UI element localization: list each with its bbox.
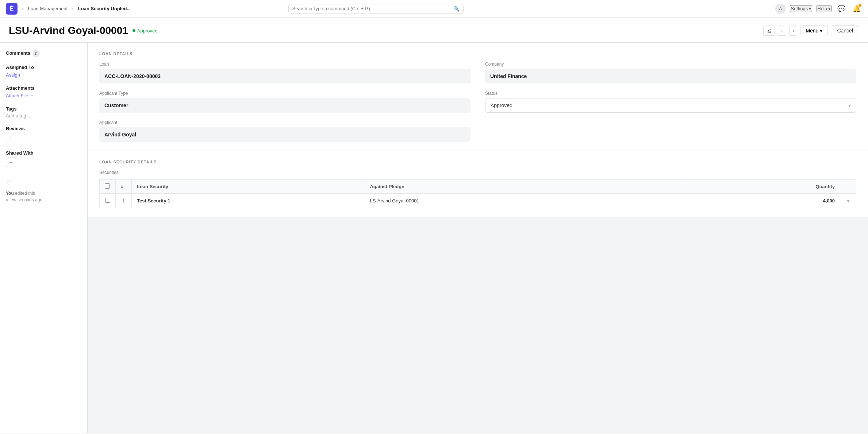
- securities-table: # Loan Security Against Pledge Quantity …: [99, 179, 856, 208]
- breadcrumb-chevron-2: ›: [72, 6, 74, 12]
- loan-security-value: Test Security 1: [137, 198, 170, 204]
- col-quantity: Quantity: [682, 180, 840, 194]
- col-num: #: [116, 180, 132, 194]
- company-value: United Finance: [485, 69, 856, 84]
- col-against-pledge: Against Pledge: [365, 180, 682, 194]
- content-area: LOAN DETAILS Loan ACC-LOAN-2020-00003 Co…: [88, 43, 868, 433]
- sidebar-footer: ♡ You edited thisa few seconds ago: [6, 179, 81, 203]
- print-button[interactable]: 🖨: [763, 26, 775, 36]
- avatar: A: [775, 4, 786, 14]
- comments-label: Comments: [6, 50, 30, 56]
- heart-icon[interactable]: ♡: [6, 179, 81, 187]
- loan-security-cell: Test Security 1: [132, 194, 365, 208]
- attach-plus-icon: ＋: [30, 92, 34, 99]
- status-field: Status Approved ▾: [485, 91, 856, 113]
- sidebar-tags-section: Tags Add a tag ...: [6, 106, 81, 119]
- row-action-cell[interactable]: ▾: [840, 194, 856, 208]
- top-nav: E › Loan Management › Loan Security Unpl…: [0, 0, 868, 18]
- attachments-label: Attachments: [6, 85, 81, 91]
- col-loan-security: Loan Security: [132, 180, 365, 194]
- attach-file-link[interactable]: Attach File ＋: [6, 92, 81, 99]
- sidebar-assigned-section: Assigned To Assign ＋: [6, 65, 81, 78]
- assign-link[interactable]: Assign ＋: [6, 71, 81, 78]
- row-checkbox-cell[interactable]: [100, 194, 116, 208]
- status-select[interactable]: Approved ▾: [485, 98, 856, 113]
- search-icon: 🔍: [453, 6, 460, 12]
- add-tag-input[interactable]: Add a tag ...: [6, 113, 81, 119]
- applicant-label: Applicant: [99, 120, 471, 125]
- tags-label: Tags: [6, 106, 81, 112]
- company-field: Company United Finance: [485, 62, 856, 84]
- col-checkbox: [100, 180, 116, 194]
- loan-security-label: LOAN SECURITY DETAILS: [99, 160, 856, 164]
- loan-field: Loan ACC-LOAN-2020-00003: [99, 62, 471, 84]
- loan-details-section: LOAN DETAILS Loan ACC-LOAN-2020-00003 Co…: [88, 43, 868, 151]
- shared-with-label: Shared With: [6, 150, 81, 156]
- edit-user: You: [6, 191, 14, 196]
- add-review-button[interactable]: ＋: [6, 133, 16, 143]
- loan-details-grid: Loan ACC-LOAN-2020-00003 Company United …: [99, 62, 856, 142]
- loan-value: ACC-LOAN-2020-00003: [99, 69, 471, 84]
- header-actions: 🖨 ‹ › Menu ▾ Cancel: [763, 25, 859, 36]
- main-layout: Comments 0 Assigned To Assign ＋ Attachme…: [0, 43, 868, 433]
- applicant-type-value: Customer: [99, 98, 471, 113]
- row-dropdown-icon[interactable]: ▾: [847, 198, 850, 204]
- edit-info: You edited thisa few seconds ago: [6, 190, 81, 203]
- page-header: LSU-Arvind Goyal-00001 Approved 🖨 ‹ › Me…: [0, 18, 868, 43]
- cancel-button[interactable]: Cancel: [831, 25, 859, 36]
- sidebar-reviews-section: Reviews ＋: [6, 126, 81, 143]
- help-button[interactable]: Help ▾: [817, 5, 831, 12]
- row-num-cell: 1: [116, 194, 132, 208]
- reviews-label: Reviews: [6, 126, 81, 131]
- col-actions: [840, 180, 856, 194]
- sidebar-attachments-section: Attachments Attach File ＋: [6, 85, 81, 99]
- next-button[interactable]: ›: [789, 26, 798, 36]
- comments-count: 0: [32, 50, 40, 57]
- notifications-button[interactable]: 🔔: [851, 3, 862, 14]
- sidebar-shared-section: Shared With ＋: [6, 150, 81, 167]
- notification-dot: [859, 4, 861, 7]
- loan-label: Loan: [99, 62, 471, 67]
- status-select-chevron-icon: ▾: [848, 102, 851, 108]
- breadcrumb-chevron-1: ›: [22, 6, 24, 12]
- chat-icon-button[interactable]: 💬: [836, 3, 847, 14]
- add-shared-button[interactable]: ＋: [6, 157, 16, 167]
- status-label: Approved: [137, 28, 158, 34]
- applicant-type-label: Applicant Type: [99, 91, 471, 96]
- loan-security-section: LOAN SECURITY DETAILS Securities # Loan …: [88, 151, 868, 217]
- loan-details-label: LOAN DETAILS: [99, 51, 856, 56]
- status-select-value: Approved: [491, 102, 512, 108]
- table-header-row: # Loan Security Against Pledge Quantity: [100, 180, 856, 194]
- page-title-row: LSU-Arvind Goyal-00001 Approved: [9, 25, 157, 36]
- assign-plus-icon: ＋: [22, 71, 26, 78]
- quantity-cell: 4,000: [682, 194, 840, 208]
- applicant-field: Applicant Arvind Goyal: [99, 120, 471, 142]
- row-checkbox[interactable]: [105, 198, 110, 203]
- search-bar[interactable]: 🔍: [288, 4, 464, 13]
- company-label: Company: [485, 62, 856, 67]
- against-pledge-cell: LS-Arvind Goyal-00001: [365, 194, 682, 208]
- table-row: 1 Test Security 1 LS-Arvind Goyal-00001 …: [100, 194, 856, 208]
- nav-right: A Settings ▾ Help ▾ 💬 🔔: [775, 3, 862, 14]
- status-badge: Approved: [132, 28, 158, 34]
- prev-button[interactable]: ‹: [778, 26, 786, 36]
- assigned-to-label: Assigned To: [6, 65, 81, 70]
- breadcrumb-loan-management[interactable]: Loan Management: [28, 6, 68, 11]
- settings-button[interactable]: Settings ▾: [790, 5, 812, 12]
- breadcrumb-current[interactable]: Loan Security Unpled...: [78, 6, 131, 11]
- applicant-type-field: Applicant Type Customer: [99, 91, 471, 113]
- app-logo[interactable]: E: [6, 3, 18, 15]
- sidebar: Comments 0 Assigned To Assign ＋ Attachme…: [0, 43, 88, 433]
- status-dot: [132, 29, 135, 32]
- securities-label: Securities: [99, 170, 856, 175]
- menu-button[interactable]: Menu ▾: [800, 25, 828, 36]
- applicant-value: Arvind Goyal: [99, 127, 471, 142]
- status-field-label: Status: [485, 91, 856, 96]
- search-input[interactable]: [292, 6, 451, 11]
- row-num: 1: [122, 198, 125, 204]
- select-all-checkbox[interactable]: [105, 183, 110, 189]
- page-title: LSU-Arvind Goyal-00001: [9, 25, 128, 36]
- sidebar-comments-section: Comments 0: [6, 50, 81, 57]
